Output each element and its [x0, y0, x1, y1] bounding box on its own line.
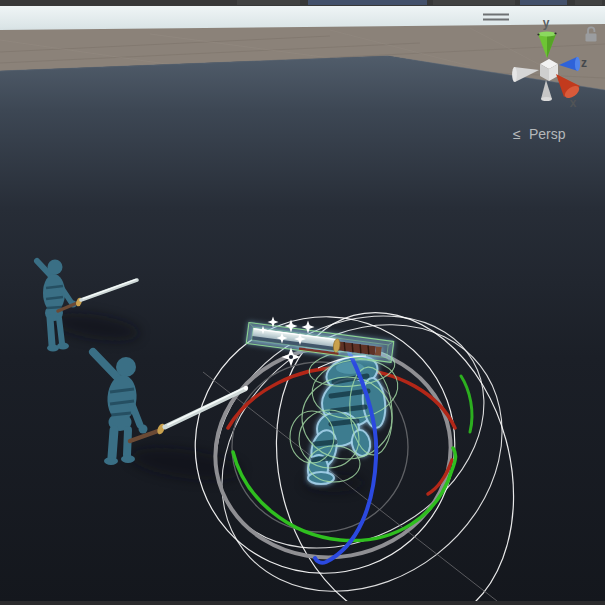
projection-label: Persp [529, 126, 566, 142]
toolbar-segments [237, 0, 602, 5]
bottom-statusbar-edge [0, 601, 605, 605]
axis-z-label: z [581, 56, 587, 70]
axis-y-label: y [543, 16, 550, 30]
top-toolbar [0, 0, 605, 6]
projection-arrow-icon: ≤ [513, 126, 521, 142]
unity-scene-view[interactable]: y z x ≤ Persp [0, 0, 605, 605]
axis-x-label: x [570, 96, 577, 110]
scene-background [0, 4, 605, 605]
